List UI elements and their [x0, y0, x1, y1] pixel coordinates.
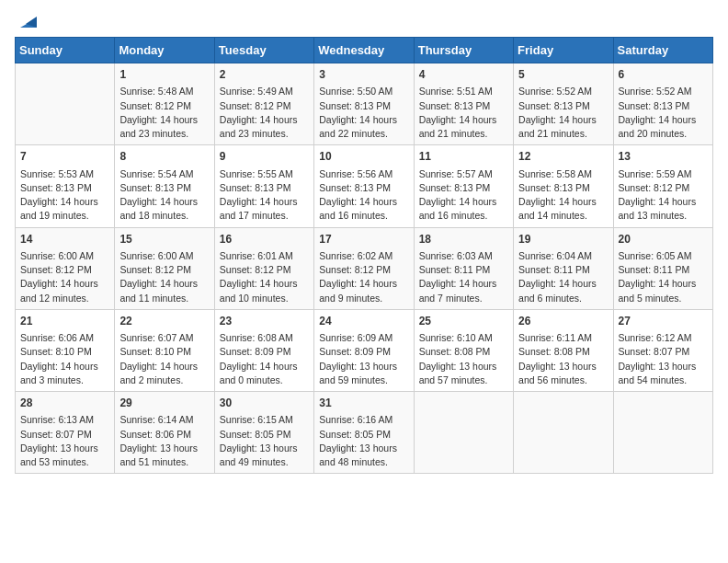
cell-info-line: and 18 minutes.: [119, 209, 209, 223]
cell-info-line: Sunrise: 6:12 AM: [619, 331, 708, 345]
calendar-cell: [514, 392, 613, 474]
cell-info-line: and 48 minutes.: [319, 455, 408, 469]
cell-info-line: and 0 minutes.: [220, 373, 309, 387]
day-number: 8: [119, 149, 209, 165]
cell-info-line: Daylight: 14 hours: [20, 360, 109, 373]
day-number: 9: [220, 149, 309, 165]
cell-info-line: and 21 minutes.: [518, 127, 608, 141]
day-number: 24: [319, 314, 408, 329]
cell-info-line: Sunset: 8:10 PM: [20, 345, 109, 359]
calendar-cell: 3Sunrise: 5:50 AMSunset: 8:13 PMDaylight…: [314, 63, 414, 145]
calendar-cell: 2Sunrise: 5:49 AMSunset: 8:12 PMDaylight…: [214, 63, 313, 145]
day-number: 21: [20, 314, 109, 329]
calendar-cell: 5Sunrise: 5:52 AMSunset: 8:13 PMDaylight…: [514, 63, 613, 145]
cell-info-line: Daylight: 14 hours: [619, 195, 708, 209]
header-monday: Monday: [115, 38, 214, 63]
calendar-cell: 20Sunrise: 6:05 AMSunset: 8:11 PMDayligh…: [613, 227, 712, 309]
cell-info-line: Sunrise: 5:56 AM: [319, 167, 408, 181]
cell-info-line: Daylight: 14 hours: [319, 277, 408, 291]
calendar-cell: 1Sunrise: 5:48 AMSunset: 8:12 PMDaylight…: [115, 63, 214, 145]
calendar-cell: 18Sunrise: 6:03 AMSunset: 8:11 PMDayligh…: [414, 227, 513, 309]
cell-info-line: Daylight: 14 hours: [518, 195, 608, 209]
cell-info-line: Sunrise: 6:00 AM: [20, 249, 109, 263]
calendar-cell: 23Sunrise: 6:08 AMSunset: 8:09 PMDayligh…: [214, 309, 313, 391]
cell-info-line: Sunrise: 6:08 AM: [220, 331, 309, 345]
header-saturday: Saturday: [613, 38, 712, 63]
cell-info-line: and 13 minutes.: [619, 209, 708, 223]
calendar-cell: 7Sunrise: 5:53 AMSunset: 8:13 PMDaylight…: [16, 145, 115, 227]
cell-info-line: and 23 minutes.: [119, 127, 209, 141]
header-tuesday: Tuesday: [214, 38, 313, 63]
cell-info-line: Sunset: 8:07 PM: [20, 428, 109, 442]
calendar-week-4: 21Sunrise: 6:06 AMSunset: 8:10 PMDayligh…: [16, 309, 713, 391]
cell-info-line: Daylight: 14 hours: [419, 195, 508, 209]
cell-info-line: and 16 minutes.: [319, 209, 408, 223]
calendar-cell: [16, 63, 115, 145]
cell-info-line: and 16 minutes.: [419, 209, 508, 223]
header-sunday: Sunday: [16, 38, 115, 63]
cell-info-line: Sunset: 8:12 PM: [319, 263, 408, 277]
day-number: 16: [220, 232, 309, 247]
day-number: 18: [419, 232, 508, 247]
cell-info-line: Sunset: 8:13 PM: [220, 181, 309, 195]
day-number: 19: [518, 232, 608, 247]
cell-info-line: Sunrise: 6:10 AM: [419, 331, 508, 345]
day-number: 1: [119, 67, 209, 83]
header-thursday: Thursday: [414, 38, 513, 63]
day-number: 17: [319, 232, 408, 247]
cell-info-line: and 6 minutes.: [518, 292, 608, 305]
cell-info-line: Sunrise: 6:09 AM: [319, 331, 408, 345]
calendar-cell: 17Sunrise: 6:02 AMSunset: 8:12 PMDayligh…: [314, 227, 414, 309]
cell-info-line: Sunrise: 6:04 AM: [518, 249, 608, 263]
cell-info-line: Sunrise: 6:01 AM: [220, 249, 309, 263]
calendar-week-5: 28Sunrise: 6:13 AMSunset: 8:07 PMDayligh…: [16, 392, 713, 474]
day-number: 4: [419, 67, 508, 83]
cell-info-line: and 22 minutes.: [319, 127, 408, 141]
day-number: 26: [518, 314, 608, 329]
cell-info-line: Sunset: 8:08 PM: [518, 345, 608, 359]
cell-info-line: and 17 minutes.: [220, 209, 309, 223]
calendar-cell: 9Sunrise: 5:55 AMSunset: 8:13 PMDaylight…: [214, 145, 313, 227]
calendar-cell: 21Sunrise: 6:06 AMSunset: 8:10 PMDayligh…: [16, 309, 115, 391]
day-number: 7: [20, 149, 109, 165]
calendar-cell: 6Sunrise: 5:52 AMSunset: 8:13 PMDaylight…: [613, 63, 712, 145]
cell-info-line: and 59 minutes.: [319, 373, 408, 387]
logo: [15, 15, 37, 28]
day-number: 13: [619, 149, 708, 165]
cell-info-line: Daylight: 14 hours: [220, 360, 309, 373]
calendar-header-row: SundayMondayTuesdayWednesdayThursdayFrid…: [16, 38, 713, 63]
cell-info-line: Sunset: 8:11 PM: [419, 263, 508, 277]
calendar-cell: 27Sunrise: 6:12 AMSunset: 8:07 PMDayligh…: [613, 309, 712, 391]
cell-info-line: Sunrise: 6:11 AM: [518, 331, 608, 345]
day-number: 25: [419, 314, 508, 329]
cell-info-line: and 9 minutes.: [319, 292, 408, 305]
day-number: 30: [220, 396, 309, 411]
cell-info-line: Daylight: 13 hours: [119, 442, 209, 455]
day-number: 5: [518, 67, 608, 83]
cell-info-line: Daylight: 14 hours: [119, 195, 209, 209]
cell-info-line: and 54 minutes.: [619, 373, 708, 387]
day-number: 28: [20, 396, 109, 411]
cell-info-line: Daylight: 14 hours: [119, 277, 209, 291]
calendar-cell: 28Sunrise: 6:13 AMSunset: 8:07 PMDayligh…: [16, 392, 115, 474]
cell-info-line: Sunrise: 5:51 AM: [419, 85, 508, 98]
cell-info-line: Sunrise: 5:50 AM: [319, 85, 408, 98]
day-number: 12: [518, 149, 608, 165]
cell-info-line: and 56 minutes.: [518, 373, 608, 387]
cell-info-line: Sunrise: 5:57 AM: [419, 167, 508, 181]
cell-info-line: Sunrise: 5:48 AM: [119, 85, 209, 98]
calendar-table: SundayMondayTuesdayWednesdayThursdayFrid…: [15, 37, 713, 474]
logo-icon: [17, 11, 37, 31]
cell-info-line: and 5 minutes.: [619, 292, 708, 305]
cell-info-line: and 7 minutes.: [419, 292, 508, 305]
calendar-cell: 16Sunrise: 6:01 AMSunset: 8:12 PMDayligh…: [214, 227, 313, 309]
cell-info-line: and 49 minutes.: [220, 455, 309, 469]
calendar-cell: 24Sunrise: 6:09 AMSunset: 8:09 PMDayligh…: [314, 309, 414, 391]
calendar-week-3: 14Sunrise: 6:00 AMSunset: 8:12 PMDayligh…: [16, 227, 713, 309]
cell-info-line: Sunrise: 6:07 AM: [119, 331, 209, 345]
calendar-cell: 22Sunrise: 6:07 AMSunset: 8:10 PMDayligh…: [115, 309, 214, 391]
cell-info-line: Sunset: 8:11 PM: [619, 263, 708, 277]
cell-info-line: and 12 minutes.: [20, 292, 109, 305]
calendar-week-1: 1Sunrise: 5:48 AMSunset: 8:12 PMDaylight…: [16, 63, 713, 145]
cell-info-line: Sunset: 8:12 PM: [220, 99, 309, 113]
